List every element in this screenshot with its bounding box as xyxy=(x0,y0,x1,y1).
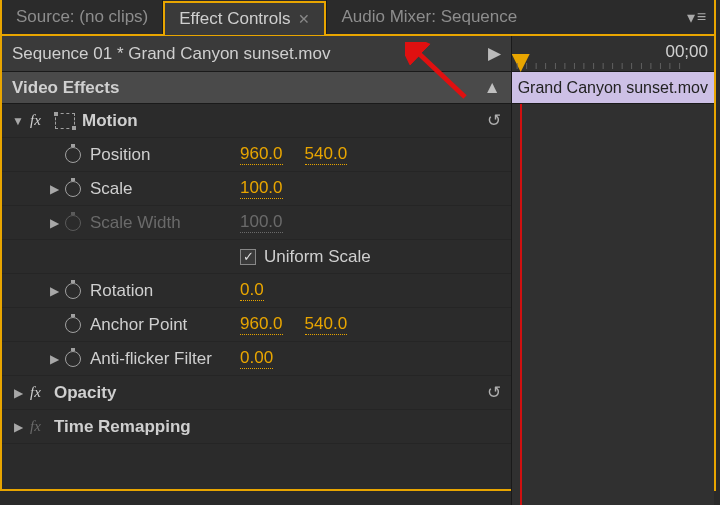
go-to-clip-icon[interactable]: ▶ xyxy=(488,43,501,64)
video-effects-header[interactable]: Video Effects ▲ xyxy=(2,72,511,104)
anchor-x-value[interactable]: 960.0 xyxy=(240,314,283,335)
scale-width-value: 100.0 xyxy=(240,212,283,233)
opacity-effect-row[interactable]: ▶ fx Opacity ↺ xyxy=(2,376,511,410)
collapse-icon[interactable]: ▲ xyxy=(484,78,501,98)
sequence-path: Sequence 01 * Grand Canyon sunset.mov xyxy=(12,44,330,64)
twisty-right-icon[interactable]: ▶ xyxy=(10,386,26,400)
scale-width-row: ▶ Scale Width 100.0 xyxy=(2,206,511,240)
rotation-label: Rotation xyxy=(90,281,240,301)
tab-audio-mixer-label: Audio Mixer: Sequence xyxy=(341,7,517,27)
video-effects-title: Video Effects xyxy=(12,78,119,98)
uniform-scale-checkbox[interactable]: ✓ xyxy=(240,249,256,265)
reset-icon[interactable]: ↺ xyxy=(487,110,501,131)
parameters-column: Sequence 01 * Grand Canyon sunset.mov ▶ … xyxy=(2,36,511,505)
position-x-value[interactable]: 960.0 xyxy=(240,144,283,165)
scale-label: Scale xyxy=(90,179,240,199)
timecode: 00;00 xyxy=(665,42,708,62)
position-label: Position xyxy=(90,145,240,165)
opacity-label: Opacity xyxy=(54,383,204,403)
twisty-right-icon[interactable]: ▶ xyxy=(46,352,62,366)
panel-tabs: Source: (no clips) Effect Controls ✕ Aud… xyxy=(2,0,714,36)
stopwatch-icon xyxy=(62,214,84,232)
stopwatch-icon[interactable] xyxy=(62,146,84,164)
tab-source[interactable]: Source: (no clips) xyxy=(2,0,162,34)
sequence-header: Sequence 01 * Grand Canyon sunset.mov ▶ xyxy=(2,36,511,72)
stopwatch-icon[interactable] xyxy=(62,316,84,334)
position-row: ▶ Position 960.0 540.0 xyxy=(2,138,511,172)
playhead-line[interactable] xyxy=(520,104,522,505)
twisty-down-icon[interactable]: ▼ xyxy=(10,114,26,128)
flyout-menu-icon: ≡ xyxy=(697,8,706,26)
scale-width-label: Scale Width xyxy=(90,213,240,233)
anchor-y-value[interactable]: 540.0 xyxy=(305,314,348,335)
motion-label: Motion xyxy=(82,111,232,131)
reset-icon[interactable]: ↺ xyxy=(487,382,501,403)
panel-body: Sequence 01 * Grand Canyon sunset.mov ▶ … xyxy=(2,36,714,505)
anchor-point-row: ▶ Anchor Point 960.0 540.0 xyxy=(2,308,511,342)
fx-badge-icon[interactable]: fx xyxy=(30,384,50,401)
tab-effect-controls-label: Effect Controls xyxy=(179,9,290,29)
timeline-column[interactable]: 00;00 ı ı ı ı ı ı ı ı ı ı ı ı ı ı ı ı ı … xyxy=(511,36,714,505)
twisty-right-icon[interactable]: ▶ xyxy=(46,182,62,196)
motion-select-icon[interactable] xyxy=(54,112,76,130)
rotation-value[interactable]: 0.0 xyxy=(240,280,264,301)
anti-flicker-value[interactable]: 0.00 xyxy=(240,348,273,369)
twisty-right-icon[interactable]: ▶ xyxy=(46,284,62,298)
stopwatch-icon[interactable] xyxy=(62,282,84,300)
clip-name: Grand Canyon sunset.mov xyxy=(518,79,708,97)
effect-controls-panel: Source: (no clips) Effect Controls ✕ Aud… xyxy=(0,0,716,491)
flyout-arrow-icon: ▾ xyxy=(687,8,695,27)
time-remapping-label: Time Remapping xyxy=(54,417,204,437)
anti-flicker-row: ▶ Anti-flicker Filter 0.00 xyxy=(2,342,511,376)
fx-badge-icon[interactable]: fx xyxy=(30,418,50,435)
stopwatch-icon[interactable] xyxy=(62,180,84,198)
anti-flicker-label: Anti-flicker Filter xyxy=(90,349,240,369)
tab-audio-mixer[interactable]: Audio Mixer: Sequence xyxy=(327,0,531,34)
fx-badge-icon[interactable]: fx xyxy=(30,112,50,129)
clip-bar[interactable]: Grand Canyon sunset.mov xyxy=(512,72,714,104)
time-ruler[interactable]: ı ı ı ı ı ı ı ı ı ı ı ı ı ı ı ı ı ı xyxy=(516,60,683,71)
anchor-point-label: Anchor Point xyxy=(90,315,240,335)
motion-effect-row[interactable]: ▼ fx Motion ↺ xyxy=(2,104,511,138)
scale-row: ▶ Scale 100.0 xyxy=(2,172,511,206)
time-remapping-row[interactable]: ▶ fx Time Remapping xyxy=(2,410,511,444)
rotation-row: ▶ Rotation 0.0 xyxy=(2,274,511,308)
spacer xyxy=(62,248,84,266)
uniform-scale-row: ▶ ✓ Uniform Scale xyxy=(2,240,511,274)
scale-value[interactable]: 100.0 xyxy=(240,178,283,199)
position-y-value[interactable]: 540.0 xyxy=(305,144,348,165)
tab-effect-controls[interactable]: Effect Controls ✕ xyxy=(163,1,326,35)
twisty-right-icon[interactable]: ▶ xyxy=(10,420,26,434)
panel-flyout-menu[interactable]: ▾ ≡ xyxy=(679,8,714,27)
tab-source-label: Source: (no clips) xyxy=(16,7,148,27)
stopwatch-icon[interactable] xyxy=(62,350,84,368)
twisty-right-icon[interactable]: ▶ xyxy=(46,216,62,230)
uniform-scale-label: Uniform Scale xyxy=(264,247,371,267)
close-icon[interactable]: ✕ xyxy=(298,11,310,27)
